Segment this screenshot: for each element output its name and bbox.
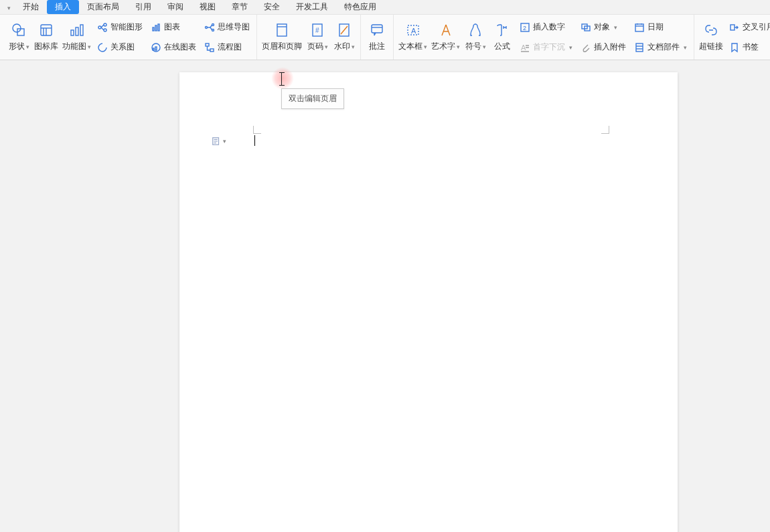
chevron-down-icon: ▾: [483, 43, 486, 50]
attachment-label: 插入附件: [594, 41, 626, 53]
func-chart-icon: [69, 22, 85, 38]
textbox-icon: A: [405, 22, 421, 38]
svg-rect-14: [158, 24, 159, 31]
svg-rect-8: [80, 25, 83, 35]
ribbon-mini-col-text-2: 对象 ▾ 插入附件: [576, 16, 630, 58]
shapes-icon: [11, 22, 27, 38]
tab-insert[interactable]: 插入: [47, 0, 79, 14]
chevron-down-icon: ▾: [684, 44, 687, 51]
mindmap-button[interactable]: 思维导图: [202, 19, 252, 36]
page-number-button[interactable]: # 页码▾: [304, 16, 331, 58]
svg-rect-12: [153, 27, 154, 31]
icon-library-icon: [38, 22, 54, 38]
flowchart-label: 流程图: [218, 41, 242, 53]
svg-rect-16: [153, 48, 154, 50]
object-icon: [581, 22, 591, 33]
attachment-button[interactable]: 插入附件: [578, 39, 629, 56]
tab-dev-tools[interactable]: 开发工具: [288, 0, 336, 14]
chevron-down-icon: ▾: [88, 43, 91, 50]
smart-art-label: 智能图形: [110, 21, 143, 33]
svg-line-28: [341, 26, 348, 34]
chevron-down-icon: ▾: [457, 43, 460, 50]
page-number-label: 页码: [307, 41, 323, 52]
wordart-label: 艺术字: [431, 41, 455, 52]
ribbon-mini-col-2: 图表 在线图表: [147, 16, 200, 58]
ribbon-group-header-footer: 页眉和页脚 # 页码▾ 水印▾: [257, 15, 361, 60]
flowchart-button[interactable]: 流程图: [202, 39, 252, 56]
formula-icon: [494, 22, 510, 38]
tab-page-layout[interactable]: 页面布局: [79, 0, 127, 14]
drop-cap-label: 首字下沉: [533, 41, 565, 53]
cursor-highlight-indicator: [271, 67, 294, 90]
doc-parts-button[interactable]: 文档部件 ▾: [631, 39, 690, 56]
tab-review[interactable]: 审阅: [159, 0, 191, 14]
svg-point-0: [13, 24, 21, 32]
cross-ref-button[interactable]: 交叉引用: [726, 19, 770, 36]
shapes-label: 形状: [9, 41, 25, 52]
insert-chart-button[interactable]: 图表: [148, 19, 199, 36]
chevron-down-icon: ▾: [7, 5, 11, 11]
hyperlink-button[interactable]: 超链接: [697, 16, 725, 58]
hyperlink-label: 超链接: [699, 41, 723, 52]
comment-label: 批注: [369, 41, 385, 52]
document-page[interactable]: 双击编辑页眉 ▾: [179, 72, 678, 532]
watermark-button[interactable]: 水印▾: [331, 16, 358, 58]
insert-chart-label: 图表: [164, 21, 180, 33]
ribbon-group-text: A 文本框▾ 艺术字▾ 符号▾ 公式 2 插入数字: [394, 15, 694, 60]
ribbon-mini-col-1: 智能图形 关系图: [93, 16, 147, 58]
svg-point-9: [98, 26, 101, 29]
wordart-button[interactable]: 艺术字▾: [429, 16, 462, 58]
chevron-down-icon: ▾: [614, 24, 617, 31]
tab-chapter[interactable]: 章节: [224, 0, 256, 14]
drop-cap-button: A 首字下沉 ▾: [517, 39, 575, 56]
paragraph-handle[interactable]: ▾: [212, 137, 226, 146]
comment-icon: [369, 22, 385, 38]
tab-start[interactable]: 开始: [15, 0, 47, 14]
svg-rect-29: [372, 25, 382, 33]
insert-number-button[interactable]: 2 插入数字: [517, 19, 575, 36]
func-chart-button[interactable]: 功能图▾: [60, 16, 93, 58]
menu-tab-strip: ▾ 开始 插入 页面布局 引用 审阅 视图 章节 安全 开发工具 特色应用: [0, 0, 770, 15]
ribbon-mini-col-text-3: 日期 文档部件 ▾: [630, 16, 691, 58]
tab-security[interactable]: 安全: [256, 0, 288, 14]
object-button[interactable]: 对象 ▾: [578, 19, 629, 36]
comment-button[interactable]: 批注: [364, 16, 390, 58]
document-work-area[interactable]: 双击编辑页眉 ▾: [0, 60, 770, 532]
func-chart-label: 功能图: [62, 41, 86, 52]
svg-rect-48: [730, 25, 735, 30]
svg-rect-17: [155, 47, 157, 50]
ribbon-group-comment: 批注: [361, 15, 394, 60]
symbol-icon: [467, 22, 483, 38]
icon-library-button[interactable]: 图标库: [32, 16, 60, 58]
insert-number-icon: 2: [520, 22, 530, 33]
symbol-button[interactable]: 符号▾: [462, 16, 489, 58]
svg-text:2: 2: [523, 25, 526, 31]
ribbon-mini-col-links: 交叉引用 书签: [725, 16, 770, 58]
header-footer-label: 页眉和页脚: [262, 41, 302, 52]
tab-special-apps[interactable]: 特色应用: [336, 0, 384, 14]
date-icon: [634, 22, 645, 33]
tab-references[interactable]: 引用: [127, 0, 159, 14]
customize-menu-chevron[interactable]: ▾: [3, 3, 15, 12]
chart-icon: [151, 22, 161, 33]
textbox-button[interactable]: A 文本框▾: [396, 16, 429, 58]
online-chart-button[interactable]: 在线图表: [148, 39, 199, 56]
bookmark-button[interactable]: 书签: [726, 39, 770, 56]
chevron-down-icon: ▾: [325, 43, 328, 50]
header-footer-icon: [274, 22, 290, 38]
tab-view[interactable]: 视图: [191, 0, 224, 14]
date-button[interactable]: 日期: [631, 19, 690, 36]
mindmap-label: 思维导图: [218, 21, 250, 33]
smart-art-button[interactable]: 智能图形: [94, 19, 145, 36]
relation-chart-button[interactable]: 关系图: [94, 39, 145, 56]
header-footer-button[interactable]: 页眉和页脚: [260, 16, 304, 58]
svg-text:A: A: [521, 43, 526, 52]
ribbon-mini-col-3: 思维导图 流程图: [200, 16, 254, 58]
shapes-button[interactable]: 形状▾: [5, 16, 32, 58]
formula-button[interactable]: 公式: [489, 16, 516, 58]
header-area-tooltip: 双击编辑页眉: [281, 88, 344, 109]
svg-point-18: [206, 26, 208, 28]
ribbon-group-links: 超链接 交叉引用 书签: [694, 15, 770, 60]
ribbon: 形状▾ 图标库 功能图▾ 智能图形 关系图: [0, 15, 770, 60]
mindmap-icon: [204, 22, 215, 33]
